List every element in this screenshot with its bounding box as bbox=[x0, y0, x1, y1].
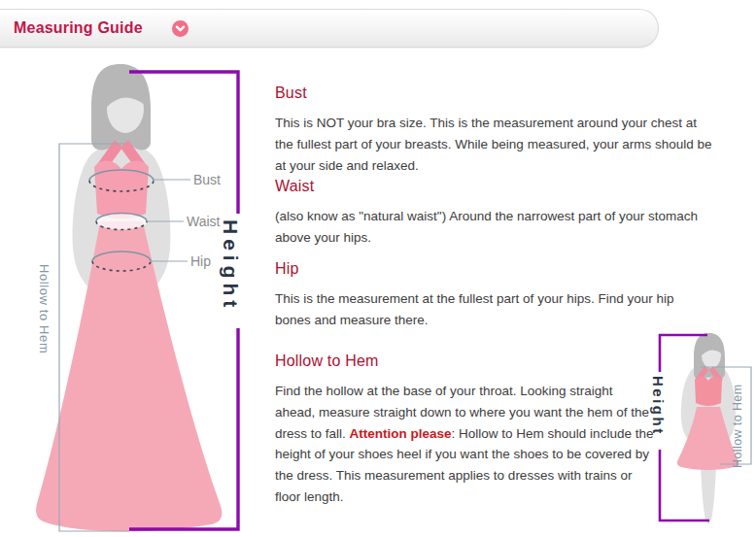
waist-body: (also know as "natural waist") Around th… bbox=[275, 206, 712, 249]
small-figure-legs bbox=[701, 465, 716, 524]
height-vertical-label: Height bbox=[219, 219, 242, 312]
small-height-vertical-label: Height bbox=[650, 376, 667, 436]
small-dress-bodice bbox=[695, 377, 722, 406]
bust-heading: Bust bbox=[275, 84, 307, 102]
small-hollow-to-hem-vertical-label: Hollow to Hem bbox=[731, 385, 744, 468]
big-measuring-figure: Bust Waist Hip Height Hollow to Hem bbox=[29, 58, 253, 537]
bust-body: This is NOT your bra size. This is the m… bbox=[275, 113, 712, 176]
hollow-to-hem-body: Find the hollow at the base of your thro… bbox=[275, 381, 656, 508]
bust-diagram-label: Bust bbox=[193, 172, 221, 187]
small-measuring-figure: Height Hollow to Hem bbox=[636, 325, 756, 537]
waist-diagram-label: Waist bbox=[187, 214, 220, 229]
page-title: Measuring Guide bbox=[14, 19, 143, 37]
hollow-to-hem-vertical-label: Hollow to Hem bbox=[37, 264, 52, 353]
hollow-to-hem-heading: Hollow to Hem bbox=[275, 352, 379, 370]
attention-label: Attention please bbox=[350, 426, 452, 441]
measuring-guide-page: Measuring Guide Bust This is NOT your br… bbox=[0, 0, 756, 537]
measuring-guide-header[interactable]: Measuring Guide bbox=[0, 9, 659, 48]
chevron-down-icon[interactable] bbox=[172, 20, 189, 37]
hip-heading: Hip bbox=[275, 260, 299, 278]
waist-heading: Waist bbox=[275, 178, 314, 195]
hip-diagram-label: Hip bbox=[190, 253, 211, 269]
attention-separator: : bbox=[452, 426, 460, 441]
